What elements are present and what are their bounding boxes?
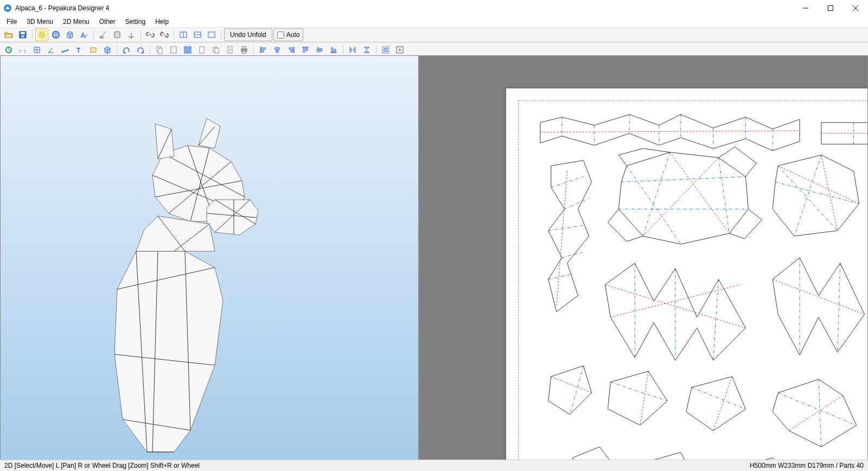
svg-rect-60 bbox=[331, 48, 333, 52]
align-c-icon[interactable] bbox=[271, 43, 284, 56]
svg-rect-28 bbox=[91, 48, 96, 52]
svg-point-40 bbox=[229, 49, 231, 51]
separator bbox=[117, 45, 117, 55]
auto-checkbox-input[interactable] bbox=[277, 31, 284, 39]
close-button[interactable] bbox=[843, 0, 868, 16]
flip-v-icon[interactable] bbox=[360, 43, 373, 56]
status-bar: 2D [Select/Move] L [Pan] R or Wheel Drag… bbox=[0, 460, 868, 471]
texture-icon[interactable] bbox=[49, 28, 62, 41]
svg-rect-42 bbox=[242, 47, 246, 49]
link-icon[interactable] bbox=[144, 28, 157, 41]
svg-rect-1 bbox=[828, 6, 833, 11]
unfold-icon[interactable] bbox=[78, 28, 91, 41]
svg-point-5 bbox=[40, 33, 44, 37]
cylinder-icon[interactable] bbox=[111, 28, 124, 41]
svg-marker-81 bbox=[199, 118, 220, 148]
separator bbox=[150, 45, 150, 55]
zoom-icon[interactable] bbox=[393, 43, 406, 56]
measure-icon[interactable]: |←| bbox=[16, 43, 29, 56]
svg-rect-58 bbox=[320, 49, 322, 52]
open-icon[interactable] bbox=[2, 28, 15, 41]
cut-icon[interactable] bbox=[97, 28, 110, 41]
auto-checkbox[interactable]: Auto bbox=[273, 28, 304, 41]
undo-unfold-button[interactable]: Undo Unfold bbox=[224, 28, 272, 41]
separator bbox=[376, 45, 376, 55]
split-v-icon[interactable] bbox=[191, 28, 204, 41]
text-icon[interactable]: T bbox=[73, 43, 86, 56]
model-3d bbox=[93, 116, 283, 460]
svg-rect-55 bbox=[306, 48, 308, 50]
separator bbox=[221, 30, 221, 40]
svg-rect-49 bbox=[276, 50, 279, 52]
menu-setting[interactable]: Setting bbox=[121, 17, 150, 27]
align-b-icon[interactable] bbox=[327, 43, 340, 56]
svg-rect-33 bbox=[188, 47, 191, 49]
plane-icon[interactable] bbox=[59, 43, 72, 56]
window-controls bbox=[793, 0, 868, 16]
copy-icon[interactable] bbox=[209, 43, 222, 56]
svg-marker-65 bbox=[114, 251, 223, 452]
svg-line-13 bbox=[39, 37, 40, 38]
save-icon[interactable] bbox=[16, 28, 29, 41]
maximize-button[interactable] bbox=[818, 0, 843, 16]
redo-icon[interactable] bbox=[134, 43, 147, 56]
viewport-3d[interactable] bbox=[0, 55, 419, 460]
svg-text:|←|: |←| bbox=[19, 48, 25, 53]
title-bar: Alpaca_6 - Pepakura Designer 4 bbox=[0, 0, 868, 16]
align-m-icon[interactable] bbox=[313, 43, 326, 56]
layout-icon[interactable] bbox=[181, 43, 194, 56]
menu-2d[interactable]: 2D Menu bbox=[59, 17, 94, 27]
separator bbox=[141, 30, 141, 40]
window-title: Alpaca_6 - Pepakura Designer 4 bbox=[15, 4, 109, 12]
rect-icon[interactable] bbox=[87, 43, 100, 56]
cube-icon[interactable] bbox=[101, 43, 114, 56]
menu-help[interactable]: Help bbox=[151, 17, 173, 27]
menu-other[interactable]: Other bbox=[95, 17, 120, 27]
svg-rect-43 bbox=[242, 51, 246, 53]
minimize-button[interactable] bbox=[793, 0, 818, 16]
align-t-icon[interactable] bbox=[299, 43, 312, 56]
grid-icon[interactable] bbox=[30, 43, 43, 56]
doc-icon[interactable] bbox=[195, 43, 208, 56]
menu-file[interactable]: File bbox=[2, 17, 21, 27]
solid-icon[interactable] bbox=[63, 28, 76, 41]
unlink-icon[interactable] bbox=[158, 28, 171, 41]
light-icon[interactable] bbox=[35, 28, 48, 41]
svg-line-11 bbox=[44, 37, 45, 38]
page2-icon[interactable] bbox=[167, 43, 180, 56]
separator bbox=[32, 30, 33, 40]
main-area bbox=[0, 55, 868, 460]
axis-icon[interactable] bbox=[125, 28, 138, 41]
print-icon[interactable] bbox=[238, 43, 251, 56]
align-l-icon[interactable] bbox=[257, 43, 270, 56]
svg-rect-52 bbox=[291, 50, 293, 52]
separator bbox=[253, 45, 254, 55]
undo-icon[interactable] bbox=[120, 43, 133, 56]
svg-rect-35 bbox=[188, 50, 191, 53]
svg-line-10 bbox=[39, 31, 40, 33]
angle-icon[interactable] bbox=[44, 43, 58, 56]
svg-rect-46 bbox=[261, 50, 264, 52]
svg-rect-3 bbox=[21, 32, 25, 34]
menu-3d[interactable]: 3D Menu bbox=[22, 17, 58, 27]
viewport-2d[interactable] bbox=[419, 55, 868, 460]
svg-rect-31 bbox=[171, 47, 176, 53]
doc2-icon[interactable] bbox=[224, 43, 237, 56]
split-h-icon[interactable] bbox=[177, 28, 190, 41]
window-icon[interactable] bbox=[205, 28, 218, 41]
page1-icon[interactable] bbox=[153, 43, 166, 56]
fit-icon[interactable] bbox=[379, 43, 392, 56]
app-icon bbox=[3, 4, 12, 12]
paper-sheet bbox=[506, 88, 868, 460]
svg-marker-80 bbox=[155, 124, 174, 159]
flip-h-icon[interactable] bbox=[346, 43, 359, 56]
separator bbox=[93, 30, 94, 40]
align-r-icon[interactable] bbox=[285, 43, 298, 56]
home-icon[interactable] bbox=[2, 43, 15, 56]
svg-rect-57 bbox=[317, 48, 319, 52]
svg-rect-51 bbox=[289, 48, 293, 49]
svg-rect-36 bbox=[200, 47, 204, 53]
svg-rect-23 bbox=[208, 32, 215, 37]
svg-rect-30 bbox=[158, 48, 162, 54]
menu-bar: File 3D Menu 2D Menu Other Setting Help bbox=[0, 16, 868, 27]
